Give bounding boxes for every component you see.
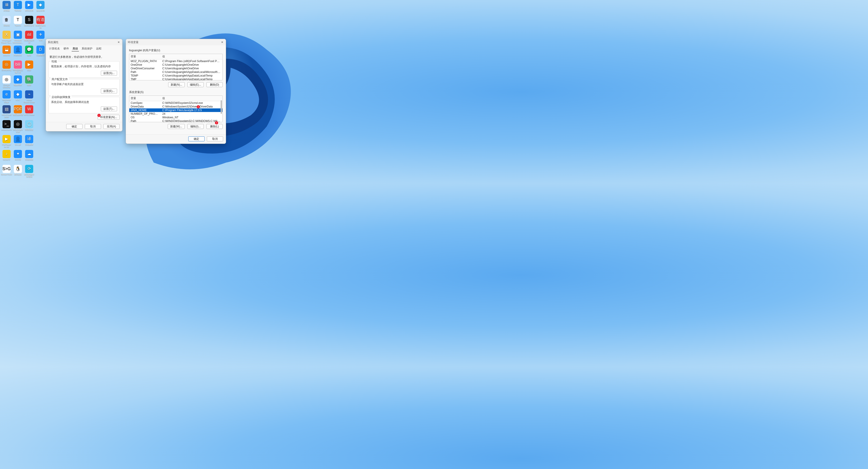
group-startup-recovery: 启动和故障恢复 系统启动、系统故障和调试信息 设置(T)... [49,97,120,113]
sys-delete-button[interactable]: 删除(L) [206,124,223,129]
tab-remote[interactable]: 远程 [95,46,102,52]
desktop-icon[interactable]: ılıl网易邮箱大师 [24,31,35,45]
desktop-icon[interactable]: ⟳腾讯网盘分享空间 [24,165,35,180]
desktop-icon[interactable]: ◆金山文档 [35,1,46,16]
scrollbar-thumb[interactable] [221,100,222,114]
desktop-icon[interactable]: S>GScreenToGif [1,165,12,180]
desktop-icon[interactable]: eMicrosoft Edge [1,90,12,105]
cancel-button[interactable]: 取消 [207,136,223,141]
desktop-icon[interactable]: PDF稳定服务器 [12,105,24,120]
tab-advanced[interactable]: 高级 [72,46,79,52]
tab-system-protection[interactable]: 系统保护 [81,46,93,52]
col-header-value[interactable]: 值 [161,54,222,59]
table-row[interactable]: OneDriveC:\Users\liuguanglei\OneDrive [129,63,222,67]
ok-button[interactable]: 确定 [66,124,83,129]
table-row[interactable]: PathC:\WINDOWS\system32;C:\WINDOWS;C:\WI… [129,119,222,122]
apply-button[interactable]: 应用(A) [103,124,120,129]
table-row[interactable]: ComSpecC:\WINDOWS\system32\cmd.exe [129,101,222,105]
desktop-icon[interactable]: ⌁Visual Studio Code [24,90,35,105]
desktop-icon[interactable]: >_MobaXterm [1,120,12,135]
sys-vars-table[interactable]: 变量 值 ComSpecC:\WINDOWS\system32\cmd.exeD… [129,96,223,122]
app-icon: ☁ [25,150,33,158]
startup-settings-button[interactable]: 设置(T)... [101,106,117,111]
desktop-icon[interactable]: ✈飞书 [35,31,46,45]
desktop-icon[interactable]: 🐧腾讯QQ [12,165,24,180]
table-row[interactable]: OSWindows_NT [129,115,222,119]
sys-edit-button[interactable]: 编辑(I)... [187,124,204,129]
table-row[interactable]: MOZ_PLUGIN_PATHC:\Program Files (x86)\Fo… [129,59,222,63]
desktop-icon[interactable]: D亿图图示 [35,45,46,61]
desktop-icon[interactable]: ▶腾讯文档 [24,1,35,16]
table-row[interactable]: NUMBER_OF_PROCESSORS24 [129,112,222,115]
group-performance: 性能 视觉效果，处理器计划，内存使用，以及虚拟内存 设置(S)... [49,61,120,78]
app-icon: X [2,31,11,39]
desktop-icon[interactable]: ◎Everything [1,61,12,75]
table-row[interactable]: PathC:\Users\liuguanglei\AppData\Local\M… [129,70,222,74]
desktop-icon[interactable]: WWPS Office [24,105,35,120]
ok-button[interactable]: 确定 [188,136,205,141]
desktop-icon[interactable]: 🐘猫眼 [24,75,35,90]
icon-label: 百度翻译 [24,144,35,146]
cell-value: C:\Users\liuguanglei\AppData\Local\Micro… [161,70,222,74]
close-icon[interactable]: ✕ [220,40,224,44]
desktop-icon[interactable]: 译百度翻译 [24,135,35,150]
col-header-variable[interactable]: 变量 [129,96,161,101]
desktop-icon[interactable]: ▣VMware Workstati... [12,31,24,45]
titlebar[interactable]: 系统属性 ✕ [46,39,122,45]
desktop-icon[interactable]: ◎Google Chrome [1,75,12,90]
profile-settings-button[interactable]: 设置(E)... [101,89,117,94]
desktop-icon[interactable]: bili哔哩哔哩直播工具 [12,61,24,75]
user-delete-button[interactable]: 删除(D) [206,82,223,87]
desktop-icon[interactable]: 💬微信 [24,45,35,61]
desktop-icon[interactable]: ▶PotPlayer 64 bit [1,135,12,150]
desktop-icon[interactable]: S网易云音乐 [24,16,35,31]
cell-variable: JAVA_HOME [129,108,161,112]
user-new-button[interactable]: 新建(N)... [168,82,185,87]
desktop-icon[interactable]: 有道网易有道词典 [35,16,46,31]
close-icon[interactable]: ✕ [117,40,121,44]
sys-new-button[interactable]: 新建(W)... [168,124,185,129]
icon-label: WPS Office [24,114,35,116]
cancel-button[interactable]: 取消 [85,124,101,129]
desktop-icon[interactable]: 🖥此电脑 [1,1,12,16]
desktop-icon[interactable]: 👤剑人群 [12,135,24,150]
desktop-icon[interactable]: TToDesk [12,1,24,16]
desktop-icon[interactable]: ◆钉钉 [12,90,24,105]
app-icon: 💬 [25,45,33,54]
environment-variables-window: 环境变量 ✕ liuguanglei 的用户变量(U) 变量 值 MOZ_PLU… [126,39,226,144]
desktop-icon[interactable]: XXmanager Power Sui... [1,31,12,45]
desktop-icon[interactable]: TTypora [12,16,24,31]
app-icon: ✦ [14,150,22,158]
titlebar[interactable]: 环境变量 ✕ [126,39,226,45]
perf-settings-button[interactable]: 设置(S)... [101,71,117,76]
tab-hardware[interactable]: 硬件 [63,46,70,52]
app-icon: ⬓ [2,45,11,54]
desktop-icon[interactable]: ⬓draw.io [1,45,12,61]
desktop-icon[interactable]: ▤InfiniCloud 2020 [1,105,12,120]
app-icon: 有道 [36,16,44,24]
app-icon: ◎ [14,120,22,128]
desktop-icon[interactable]: ◎网络加速N大师 [12,120,24,135]
desktop-icon[interactable]: 👤阿里旺旺 [12,45,24,61]
app-icon: ◎ [2,75,11,83]
icon-label: MobaXterm [1,129,12,131]
desktop-icon[interactable]: ✦向日葵 [12,150,24,165]
col-header-variable[interactable]: 变量 [129,54,161,59]
table-row[interactable]: DriverDataC:\Windows\System32\Drivers\Dr… [129,105,222,108]
desktop-icon[interactable]: ◯阿里云盘 [24,120,35,135]
col-header-value[interactable]: 值 [161,96,222,101]
table-row[interactable]: JAVA_HOMEC:\Program Files\Java\jdk-17.0.… [129,108,222,112]
user-edit-button[interactable]: 编辑(E)... [187,82,204,87]
desktop-icon[interactable]: 🗑回收站 [1,16,12,31]
table-row[interactable]: TMPC:\Users\liuguanglei\AppData\Local\Te… [129,77,222,80]
table-row[interactable]: OneDriveConsumerC:\Users\liuguanglei\One… [129,67,222,70]
desktop-icon[interactable]: ▶剪影 [24,61,35,75]
user-vars-table[interactable]: 变量 值 MOZ_PLUGIN_PATHC:\Program Files (x8… [129,54,223,80]
icon-label: ToDesk [12,9,24,12]
desktop-icon[interactable]: ☁百度网盘 [24,150,35,165]
tab-computer-name[interactable]: 计算机名 [48,46,61,52]
env-vars-button[interactable]: 环境变量(N)... [98,115,120,120]
table-row[interactable]: TEMPC:\Users\liuguanglei\AppData\Local\T… [129,74,222,77]
desktop-icon[interactable]: ♪QQ音乐 [1,150,12,165]
desktop-icon[interactable]: ◆电脑管家 [12,75,24,90]
